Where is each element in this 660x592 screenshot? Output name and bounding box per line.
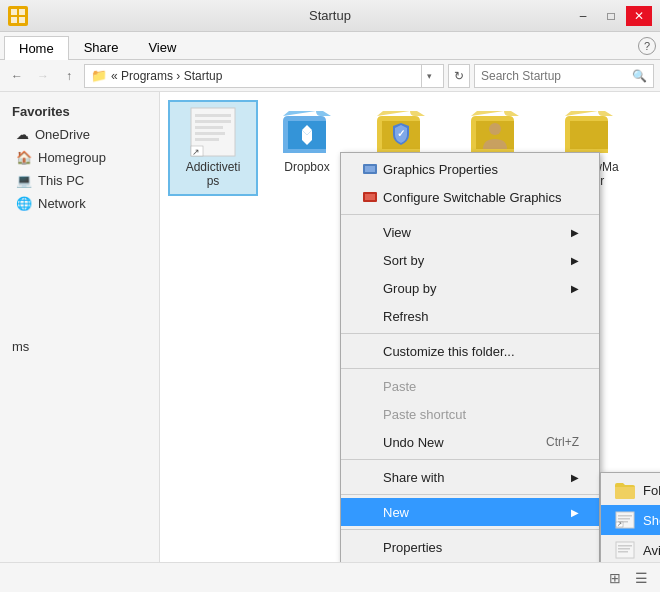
svg-rect-26 xyxy=(618,515,632,517)
ctx-paste-shortcut: Paste shortcut xyxy=(341,400,599,428)
sidebar-bottom-label: ms xyxy=(0,335,159,358)
ctx-undo-shortcut: Ctrl+Z xyxy=(546,435,579,449)
ctx-undo-label: Undo New xyxy=(383,435,444,450)
file-icon-addictive[interactable]: ↗ Addictivetips xyxy=(168,100,258,196)
minimize-button[interactable]: – xyxy=(570,6,596,26)
sidebar-thispc-label: This PC xyxy=(38,173,84,188)
sidebar-item-homegroup[interactable]: 🏠 Homegroup xyxy=(0,146,159,169)
sidebar: Favorites ☁ OneDrive 🏠 Homegroup 💻 This … xyxy=(0,92,160,562)
ctx-sharewith[interactable]: Share with ▶ xyxy=(341,463,599,491)
ctx-sep-2 xyxy=(341,333,599,334)
path-text: « Programs › Startup xyxy=(111,69,222,83)
maximize-button[interactable]: □ xyxy=(598,6,624,26)
tab-share[interactable]: Share xyxy=(69,35,134,59)
help-button[interactable]: ? xyxy=(638,37,656,55)
svg-rect-34 xyxy=(618,548,630,550)
svg-rect-35 xyxy=(618,551,628,553)
paste-shortcut-icon xyxy=(361,405,379,423)
title-bar: Startup – □ ✕ xyxy=(0,0,660,32)
ctx-sortby[interactable]: Sort by ▶ xyxy=(341,246,599,274)
file-area: ↗ Addictivetips xyxy=(160,92,660,562)
svg-rect-8 xyxy=(195,132,225,135)
tab-view[interactable]: View xyxy=(133,35,191,59)
sharewith-icon xyxy=(361,468,379,486)
window-title: Startup xyxy=(0,8,660,23)
search-input[interactable] xyxy=(481,69,628,83)
svg-rect-24 xyxy=(365,194,375,200)
ctx-new[interactable]: New ▶ xyxy=(341,498,599,526)
svg-text:✓: ✓ xyxy=(397,128,405,139)
ctx-refresh[interactable]: Refresh xyxy=(341,302,599,330)
ctx-graphics-label: Graphics Properties xyxy=(383,162,498,177)
geek-icon-img: ✓ xyxy=(377,108,425,156)
sidebar-network-label: Network xyxy=(38,196,86,211)
submenu-folder[interactable]: Folder xyxy=(601,475,660,505)
refresh-button[interactable]: ↻ xyxy=(448,64,470,88)
network-icon: 🌐 xyxy=(16,196,32,211)
up-button[interactable]: ↑ xyxy=(58,65,80,87)
view-icon xyxy=(361,223,379,241)
ctx-customize[interactable]: Customize this folder... xyxy=(341,337,599,365)
sortby-arrow: ▶ xyxy=(571,255,579,266)
back-button[interactable]: ← xyxy=(6,65,28,87)
svg-rect-9 xyxy=(195,138,219,141)
ctx-paste: Paste xyxy=(341,372,599,400)
svg-rect-33 xyxy=(618,545,632,547)
view-list-button[interactable]: ☰ xyxy=(630,567,652,589)
ctx-view[interactable]: View ▶ xyxy=(341,218,599,246)
ctx-sep-3 xyxy=(341,368,599,369)
gpu-icon xyxy=(361,160,379,178)
svg-rect-6 xyxy=(195,120,231,123)
undo-icon xyxy=(361,433,379,451)
svg-rect-20 xyxy=(570,121,608,149)
ctx-sep-5 xyxy=(341,494,599,495)
svg-rect-22 xyxy=(365,166,375,172)
close-button[interactable]: ✕ xyxy=(626,6,652,26)
forward-button[interactable]: → xyxy=(32,65,54,87)
properties-icon xyxy=(361,538,379,556)
ctx-sep-6 xyxy=(341,529,599,530)
ctx-sortby-label: Sort by xyxy=(383,253,424,268)
sidebar-item-network[interactable]: 🌐 Network xyxy=(0,192,159,215)
sidebar-item-onedrive[interactable]: ☁ OneDrive xyxy=(0,123,159,146)
new-arrow: ▶ xyxy=(571,507,579,518)
svg-rect-1 xyxy=(19,9,25,15)
view-grid-button[interactable]: ⊞ xyxy=(604,567,626,589)
sortby-icon xyxy=(361,251,379,269)
ctx-groupby[interactable]: Group by ▶ xyxy=(341,274,599,302)
sidebar-onedrive-label: OneDrive xyxy=(35,127,90,142)
ctx-undo-new[interactable]: Undo New Ctrl+Z xyxy=(341,428,599,456)
gpu-red-icon xyxy=(361,188,379,206)
shortcut-submenu-icon: ↗ xyxy=(615,510,635,530)
app-icon xyxy=(8,6,28,26)
ctx-configure-graphics[interactable]: Configure Switchable Graphics xyxy=(341,183,599,211)
submenu-avisynth-label: AviSynth Script xyxy=(643,543,660,558)
ctx-graphics-properties[interactable]: Graphics Properties xyxy=(341,155,599,183)
ctx-refresh-label: Refresh xyxy=(383,309,429,324)
path-dropdown[interactable]: ▾ xyxy=(421,65,437,87)
submenu-new: Folder ↗ Shortcut xyxy=(600,472,660,562)
status-bar: ⊞ ☰ xyxy=(0,562,660,592)
new-icon xyxy=(361,503,379,521)
svg-rect-0 xyxy=(11,9,17,15)
svg-rect-27 xyxy=(618,518,630,520)
main-area: Favorites ☁ OneDrive 🏠 Homegroup 💻 This … xyxy=(0,92,660,562)
file-icon-dropbox[interactable]: Dropbox xyxy=(262,100,352,196)
folder-submenu-icon xyxy=(615,480,635,500)
svg-rect-5 xyxy=(195,114,231,117)
submenu-shortcut[interactable]: ↗ Shortcut xyxy=(601,505,660,535)
ctx-sharewith-label: Share with xyxy=(383,470,444,485)
tab-home[interactable]: Home xyxy=(4,36,69,60)
ctx-properties[interactable]: Properties xyxy=(341,533,599,561)
svg-rect-2 xyxy=(11,17,17,23)
sidebar-favorites-title: Favorites xyxy=(0,100,159,123)
folder-icon: 📁 xyxy=(91,68,107,83)
ctx-view-label: View xyxy=(383,225,411,240)
address-path[interactable]: 📁 « Programs › Startup ▾ xyxy=(84,64,444,88)
context-menu: Graphics Properties Configure Switchable… xyxy=(340,152,600,562)
thispc-icon: 💻 xyxy=(16,173,32,188)
addictive-label: Addictivetips xyxy=(186,160,241,188)
sidebar-homegroup-label: Homegroup xyxy=(38,150,106,165)
submenu-avisynth[interactable]: AviSynth Script xyxy=(601,535,660,562)
sidebar-item-thispc[interactable]: 💻 This PC xyxy=(0,169,159,192)
